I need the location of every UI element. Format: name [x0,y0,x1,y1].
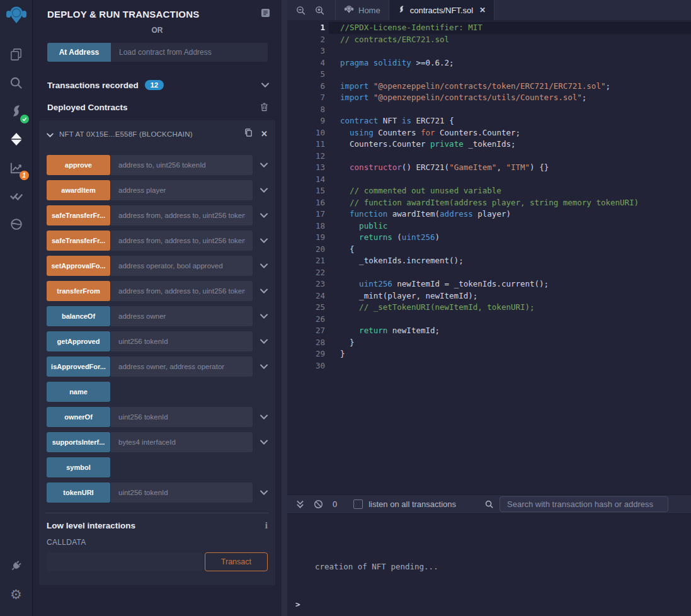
terminal-search-input[interactable] [500,496,668,512]
tab-label: contracts/NFT.sol [410,6,473,15]
line-number: 8 [287,104,325,116]
line-number: 3 [287,45,325,57]
terminal: 0 listen on all transactions creation of… [287,494,691,616]
chevron-down-icon[interactable] [253,339,268,344]
journal-icon[interactable] [261,8,270,20]
chevron-down-icon[interactable] [261,83,269,88]
line-number: 19 [287,232,325,244]
static-analysis-icon[interactable] [4,185,28,207]
function-button[interactable]: ownerOf [47,407,110,427]
line-number: 15 [287,185,325,197]
function-args-input[interactable] [111,356,253,377]
chevron-down-icon[interactable] [253,364,268,369]
at-address-input[interactable] [111,43,268,62]
listen-all-transactions-checkbox[interactable] [353,499,363,509]
function-args-input[interactable] [111,306,253,326]
line-number: 21 [287,255,325,267]
calldata-input[interactable] [47,552,203,571]
line-number: 20 [287,244,325,256]
chevron-down-icon[interactable] [253,213,268,218]
chevron-down-icon[interactable] [253,414,268,419]
code-line: 17 function awardItem(address player) [287,208,691,220]
function-args-input[interactable] [111,231,253,251]
at-address-button[interactable]: At Address [47,43,111,62]
function-args-input[interactable] [111,281,253,301]
deployed-contracts-label: Deployed Contracts [47,103,128,112]
function-button[interactable]: balanceOf [47,306,110,326]
function-button[interactable]: safeTransferFr... [47,205,110,225]
contract-functions: approveawardItemsafeTransferFr...safeTra… [47,140,268,503]
code-line: 23 uint256 newItemId = _tokenIds.current… [287,278,691,290]
line-number: 30 [287,360,325,372]
close-icon[interactable]: ✕ [479,6,486,14]
line-number: 22 [287,267,325,279]
chevron-down-icon[interactable] [253,440,268,445]
function-row: safeTransferFr... [47,205,268,225]
chevron-down-icon[interactable] [253,490,268,495]
copy-icon[interactable] [244,128,253,140]
chevron-down-icon[interactable] [253,263,268,268]
function-args-input[interactable] [111,155,253,175]
function-button[interactable]: safeTransferFr... [47,231,110,251]
function-args-input[interactable] [111,256,253,276]
function-args-input[interactable] [111,180,253,200]
plugin-connect-icon[interactable] [4,554,28,577]
terminal-search-icon [484,499,494,509]
chevron-down-icon[interactable] [253,163,268,168]
line-number: 26 [287,314,325,326]
settings-gear-icon[interactable]: ⚙ [4,583,28,605]
close-icon[interactable]: ✕ [261,129,268,139]
code-line: 18 public [287,220,691,232]
panel-resize-handle[interactable] [282,0,287,616]
plugin-manager-icon[interactable]: 1 [4,156,28,179]
function-button[interactable]: symbol [47,457,110,477]
function-button[interactable]: transferFrom [47,281,110,301]
trash-icon[interactable] [260,102,269,112]
zoom-out-icon[interactable] [291,0,310,20]
function-button[interactable]: setApprovalFo... [47,256,110,276]
tab-home[interactable]: Home [335,0,389,20]
line-number: 13 [287,162,325,174]
line-number: 17 [287,208,325,220]
terminal-output-area[interactable]: creation of NFT pending... > [287,514,691,616]
function-button[interactable]: awardItem [47,180,110,200]
function-row: getApproved [47,331,268,351]
function-button[interactable]: name [47,382,110,402]
remix-home-icon [344,4,354,16]
line-number: 4 [287,57,325,69]
file-explorer-icon[interactable] [4,43,28,66]
function-args-input[interactable] [111,331,253,351]
function-button[interactable]: tokenURI [47,482,110,503]
panel-title: DEPLOY & RUN TRANSACTIONS [47,9,199,20]
remix-logo[interactable] [5,4,28,29]
code-line: 11 Counters.Counter private _tokenIds; [287,139,691,151]
search-icon[interactable] [4,71,28,94]
function-row: safeTransferFr... [47,231,268,251]
function-args-input[interactable] [111,205,253,225]
function-button[interactable]: approve [47,155,110,175]
line-number: 9 [287,115,325,127]
function-args-input[interactable] [111,482,253,503]
tab-contracts-nft-sol[interactable]: contracts/NFT.sol ✕ [389,0,494,20]
solidity-compiler-icon[interactable] [4,100,28,122]
debugger-icon[interactable] [4,213,28,236]
deploy-run-icon[interactable] [4,128,28,151]
function-args-input[interactable] [111,407,253,427]
transactions-count-badge: 12 [145,80,164,90]
clear-console-icon[interactable] [314,499,323,509]
zoom-in-icon[interactable] [310,0,329,20]
chevron-down-icon[interactable] [253,314,268,319]
chevron-down-icon[interactable] [253,238,268,243]
chevron-down-icon[interactable] [253,288,268,294]
contract-title: NFT AT 0X15E...E558F (BLOCKCHAIN) [59,130,238,138]
code-editor[interactable]: 1//SPDX-License-Identifier: MIT2// contr… [287,20,691,494]
function-button[interactable]: isApprovedFor... [47,356,110,377]
code-line: 13 constructor() ERC721("GameItem", "ITM… [287,162,691,174]
transact-button[interactable]: Transact [205,552,268,571]
function-button[interactable]: getApproved [47,331,110,351]
expand-terminal-icon[interactable] [296,499,304,509]
function-args-input[interactable] [111,432,253,452]
chevron-down-icon[interactable] [253,188,268,193]
contract-chevron-down-icon[interactable] [47,128,54,140]
function-button[interactable]: supportsInterf... [47,432,110,452]
